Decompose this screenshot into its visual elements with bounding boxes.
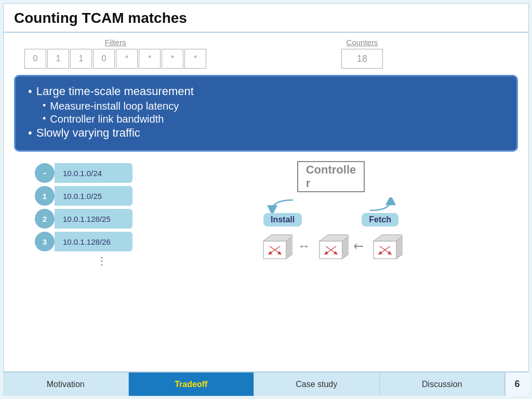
filter-box-5: * bbox=[139, 49, 161, 69]
sub-bullet-1: Measure-install loop latency bbox=[43, 100, 504, 112]
route-label-0: 10.0.1.0/24 bbox=[55, 163, 132, 183]
route-num-3: 3 bbox=[35, 232, 55, 251]
route-item-0: -10.0.1.0/24 bbox=[35, 163, 139, 183]
nav-motivation[interactable]: Motivation bbox=[3, 373, 129, 396]
info-list: Large time-scale measurement Measure-ins… bbox=[28, 85, 504, 140]
switch-middle-svg bbox=[315, 231, 349, 261]
filter-box-7: * bbox=[184, 49, 206, 69]
bottom-section: -10.0.1.0/24110.0.1.0/25210.0.1.128/2531… bbox=[14, 158, 518, 366]
controller-label: Controller bbox=[306, 163, 356, 190]
slide-title-bar: Counting TCAM matches bbox=[4, 4, 528, 33]
nav-tradeoff[interactable]: Tradeoff bbox=[129, 373, 255, 396]
counters-label: Counters bbox=[347, 38, 378, 47]
switch-right-svg bbox=[369, 231, 403, 261]
filter-box-2: 1 bbox=[70, 49, 92, 69]
route-label-3: 10.0.1.128/26 bbox=[55, 232, 132, 251]
routes-list: -10.0.1.0/24110.0.1.0/25210.0.1.128/2531… bbox=[14, 158, 139, 267]
counter-section: Counters 18 bbox=[341, 38, 383, 69]
route-num-2: 2 bbox=[35, 209, 55, 229]
filter-box-3: 0 bbox=[93, 49, 115, 69]
bullet-2-text: Slowly varying traffic bbox=[36, 126, 140, 140]
route-item-3: 310.0.1.128/26 bbox=[35, 232, 139, 251]
route-num-0: - bbox=[35, 163, 55, 183]
counter-box: 18 bbox=[341, 49, 383, 69]
switch-right bbox=[369, 231, 403, 261]
route-item-1: 110.0.1.0/25 bbox=[35, 186, 139, 206]
filters-section: Filters 0110**** bbox=[24, 38, 206, 69]
ctrl-labels: Install Fetch bbox=[258, 197, 404, 227]
filter-box-0: 0 bbox=[24, 49, 46, 69]
bullet-1-text: Large time-scale measurement bbox=[36, 85, 194, 98]
switch-left-svg bbox=[259, 231, 292, 261]
slide-title: Counting TCAM matches bbox=[14, 10, 518, 26]
slide-content: Filters 0110**** Counters 18 Large time-… bbox=[4, 33, 528, 371]
route-item-2: 210.0.1.128/25 bbox=[35, 209, 139, 229]
filter-box-4: * bbox=[116, 49, 138, 69]
nav-discussion[interactable]: Discussion bbox=[380, 373, 506, 396]
fetch-container: Fetch bbox=[362, 197, 398, 227]
filter-boxes: 0110**** bbox=[24, 49, 206, 69]
bullet-2: Slowly varying traffic bbox=[28, 126, 504, 140]
fetch-label: Fetch bbox=[362, 213, 398, 227]
nav-case-study[interactable]: Case study bbox=[254, 373, 380, 396]
route-label-2: 10.0.1.128/25 bbox=[55, 209, 132, 229]
nav-bar: Motivation Tradeoff Case study Discussio… bbox=[3, 372, 529, 396]
sub-list-1: Measure-install loop latency Controller … bbox=[43, 100, 504, 125]
filter-box-1: 1 bbox=[47, 49, 69, 69]
sub-bullet-2: Controller link bandwidth bbox=[43, 113, 504, 125]
route-label-1: 10.0.1.0/25 bbox=[55, 186, 132, 206]
filter-box-6: * bbox=[162, 49, 183, 69]
slide: Counting TCAM matches Filters 0110**** C… bbox=[3, 3, 529, 372]
switch-left bbox=[259, 231, 292, 261]
switches-row: ↔ bbox=[259, 231, 403, 261]
horiz-arrow-1: ↔ bbox=[298, 238, 310, 253]
routes-ellipsis: ⋮ bbox=[35, 255, 139, 267]
switch-middle bbox=[315, 231, 349, 261]
filters-row: Filters 0110**** Counters 18 bbox=[14, 38, 518, 69]
info-box: Large time-scale measurement Measure-ins… bbox=[14, 75, 518, 152]
diag-arrow: ↙ bbox=[350, 237, 368, 255]
sub-bullet-1-text: Measure-install loop latency bbox=[50, 100, 179, 112]
install-label: Install bbox=[263, 213, 302, 227]
controller-box: Controller bbox=[297, 161, 365, 192]
nav-page-number: 6 bbox=[505, 373, 529, 396]
route-num-1: 1 bbox=[35, 186, 55, 206]
install-arrow-svg bbox=[267, 197, 298, 213]
filters-label: Filters bbox=[105, 38, 126, 47]
fetch-arrow-svg bbox=[365, 197, 396, 213]
diagram-area: Controller I bbox=[144, 158, 518, 261]
bullet-1: Large time-scale measurement bbox=[28, 85, 504, 98]
sub-bullet-2-text: Controller link bandwidth bbox=[50, 113, 164, 125]
install-container: Install bbox=[263, 197, 302, 227]
